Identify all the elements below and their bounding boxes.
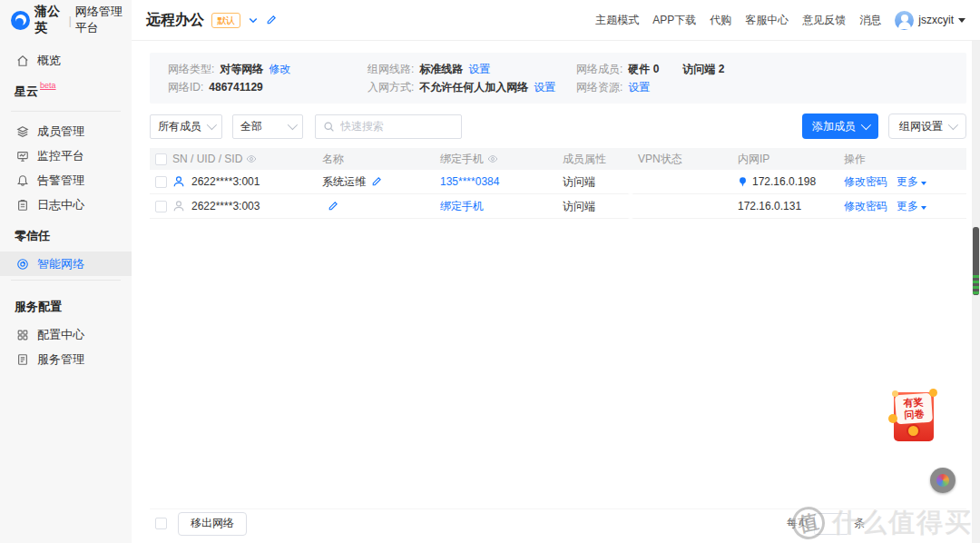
sidebar-item-log-center[interactable]: 日志中心 — [0, 193, 132, 217]
clipboard-icon — [16, 199, 29, 212]
more-actions-link[interactable]: 更多 — [897, 199, 926, 214]
resources-settings-link[interactable]: 设置 — [628, 80, 650, 94]
join-mode-settings-link[interactable]: 设置 — [534, 80, 555, 94]
default-badge: 默认 — [211, 13, 240, 28]
network-settings-button[interactable]: 组网设置 — [888, 114, 966, 139]
network-id-value: 486741129 — [209, 80, 262, 94]
home-icon — [16, 54, 29, 67]
edit-name-pencil-icon[interactable] — [328, 201, 338, 212]
feedback-widget-button[interactable] — [930, 468, 956, 493]
join-mode-label: 入网方式: — [368, 80, 414, 94]
sidebar-item-label: 智能网络 — [37, 256, 84, 272]
network-type-modify-link[interactable]: 修改 — [269, 62, 290, 76]
menu-feedback[interactable]: 意见反馈 — [802, 13, 846, 28]
members-hardware-count: 硬件 0 — [628, 62, 659, 76]
smart-network-icon — [16, 258, 29, 271]
pin-icon — [738, 176, 748, 187]
join-mode-value: 不允许任何人加入网络 — [419, 80, 528, 94]
username: jszxcyit — [918, 14, 954, 26]
bind-phone-link[interactable]: 绑定手机 — [440, 199, 563, 214]
monitor-icon — [16, 150, 29, 163]
change-password-link[interactable]: 修改密码 — [844, 199, 887, 214]
resources-label: 网络资源: — [576, 80, 622, 94]
sidebar: 概览 星云 beta 成员管理 监控平台 告警管理 日志中心 零信任 智能网络 — [0, 41, 132, 543]
row-checkbox[interactable] — [155, 176, 167, 188]
gold-coin-icon — [888, 414, 897, 423]
search-icon — [323, 121, 335, 133]
col-op-label: 操作 — [844, 152, 866, 167]
sidebar-item-smart-network[interactable]: 智能网络 — [0, 252, 132, 276]
reward-survey-badge[interactable]: 有奖问卷 — [894, 392, 934, 441]
vertical-scrollbar — [972, 41, 980, 543]
bell-icon — [16, 174, 29, 187]
member-filter-select[interactable]: 所有成员 — [150, 114, 222, 139]
edit-name-pencil-icon[interactable] — [371, 176, 382, 187]
sidebar-item-config-center[interactable]: 配置中心 — [0, 322, 132, 347]
change-password-link[interactable]: 修改密码 — [844, 174, 887, 190]
network-id-label: 网络ID: — [168, 80, 203, 94]
sidebar-section-zero-trust: 零信任 — [0, 217, 132, 252]
brand-separator: | — [68, 14, 71, 27]
chevron-down-icon — [861, 120, 871, 130]
dandelion-logo-icon — [11, 11, 30, 30]
user-avatar — [895, 11, 914, 30]
sidebar-section-service-config: 服务配置 — [0, 288, 132, 322]
per-page-unit: 条 — [854, 516, 865, 531]
member-sn: 2622****3:001 — [191, 175, 260, 188]
menu-app-download[interactable]: APP下载 — [652, 13, 696, 28]
add-member-button[interactable]: 添加成员 — [802, 114, 878, 139]
user-caret-down-icon — [958, 18, 965, 23]
type-filter-select[interactable]: 全部 — [232, 114, 303, 139]
sidebar-item-label: 服务管理 — [37, 351, 84, 368]
eye-icon[interactable] — [487, 153, 498, 164]
network-switch-chevron-down-icon[interactable] — [248, 15, 259, 25]
sidebar-item-monitor-platform[interactable]: 监控平台 — [0, 143, 132, 168]
sidebar-item-alert-management[interactable]: 告警管理 — [0, 168, 132, 193]
row-checkbox[interactable] — [155, 201, 167, 212]
menu-service-center[interactable]: 客服中心 — [745, 13, 789, 28]
gold-coin-icon — [929, 389, 937, 397]
user-account-menu[interactable]: jszxcyit — [895, 11, 965, 30]
per-page-select[interactable] — [814, 513, 848, 535]
sidebar-divider — [11, 280, 121, 281]
remove-from-network-button[interactable]: 移出网络 — [178, 512, 247, 536]
brand-product: 网络管理平台 — [75, 4, 132, 36]
sidebar-item-member-management[interactable]: 成员管理 — [0, 119, 132, 143]
menu-theme-mode[interactable]: 主题模式 — [595, 13, 639, 28]
brand-name: 蒲公英 — [34, 4, 64, 36]
member-name: 系统运维 — [322, 174, 366, 190]
user-icon — [172, 175, 185, 188]
top-header: 蒲公英 | 网络管理平台 远程办公 默认 主题模式 APP下载 代购 客服中心 … — [0, 0, 980, 41]
select-all-checkbox[interactable] — [155, 153, 167, 165]
member-sn: 2622****3:003 — [191, 200, 260, 212]
member-ip: 172.16.0.198 — [752, 175, 816, 188]
col-name-label: 名称 — [322, 152, 344, 167]
menu-purchase[interactable]: 代购 — [710, 13, 731, 28]
sidebar-item-service-management[interactable]: 服务管理 — [0, 347, 132, 371]
quick-search-input[interactable] — [340, 120, 449, 133]
survey-badge-text: 有奖问卷 — [901, 396, 926, 421]
layers-icon — [16, 125, 29, 138]
members-table-header: SN / UID / SID 名称 绑定手机 成员属性 VPN状态 内网IP 操… — [150, 148, 966, 170]
sidebar-item-overview[interactable]: 概览 — [0, 48, 132, 73]
eye-icon[interactable] — [246, 153, 257, 164]
scrollbar-thumb[interactable] — [973, 227, 979, 295]
menu-messages[interactable]: 消息 — [859, 13, 881, 28]
members-client-count: 访问端 2 — [682, 62, 724, 76]
grid-icon — [16, 329, 29, 341]
sidebar-item-label: 监控平台 — [37, 148, 84, 164]
colorful-logo-icon — [936, 474, 949, 487]
network-type-label: 网络类型: — [168, 62, 214, 76]
footer-select-all-checkbox[interactable] — [155, 518, 167, 529]
table-row: 2622****3:003 绑定手机 访问端 172.16.0.131 修改密码… — [150, 194, 966, 219]
table-footer: 移出网络 每页 条 — [150, 508, 966, 538]
sidebar-item-label: 概览 — [37, 53, 61, 69]
member-ip: 172.16.0.131 — [738, 200, 801, 212]
edit-network-name-pencil-icon[interactable] — [266, 15, 277, 25]
line-settings-link[interactable]: 设置 — [468, 62, 490, 76]
sidebar-item-label: 告警管理 — [37, 173, 84, 189]
member-phone[interactable]: 135****0384 — [440, 175, 563, 188]
more-actions-link[interactable]: 更多 — [897, 174, 926, 190]
page-title: 远程办公 — [146, 11, 204, 30]
pagination: 每页 条 — [787, 513, 865, 535]
